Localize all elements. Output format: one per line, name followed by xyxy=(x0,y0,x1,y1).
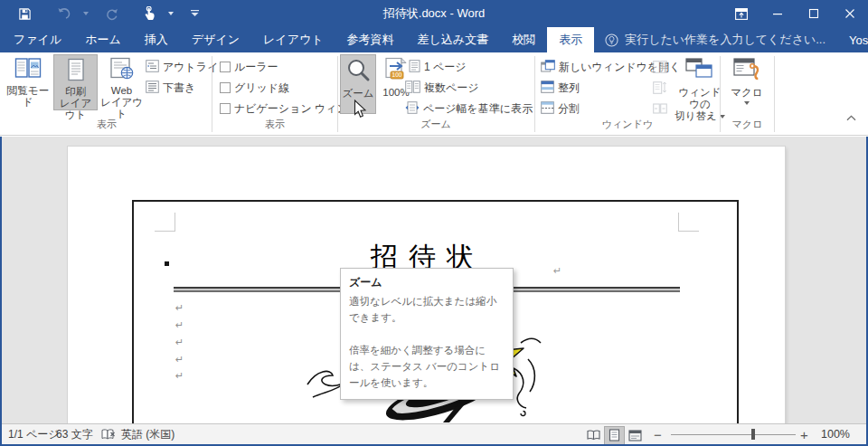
window-frame-left xyxy=(0,137,2,446)
sync-scroll-icon[interactable] xyxy=(653,79,667,97)
redo-icon[interactable] xyxy=(98,0,125,27)
web-layout-view-icon[interactable] xyxy=(625,426,646,445)
zoom-level[interactable]: 100% xyxy=(821,424,850,444)
multiple-pages-button[interactable]: 複数ページ xyxy=(405,79,479,97)
switch-windows-icon xyxy=(684,57,715,85)
quick-access-toolbar xyxy=(0,0,203,27)
switch-windows-button[interactable]: ウィンドウの 切り替え xyxy=(675,54,725,114)
zoom-slider-thumb[interactable] xyxy=(751,429,755,440)
split-icon xyxy=(541,101,554,117)
zoom-group-label: ズーム xyxy=(338,118,533,132)
zoom-magnifier-icon xyxy=(345,58,371,86)
gridlines-label: グリッド線 xyxy=(234,81,289,96)
print-layout-view-icon[interactable] xyxy=(604,426,625,445)
minimize-icon[interactable] xyxy=(760,0,796,27)
language-indicator[interactable]: 英語 (米国) xyxy=(121,424,175,444)
tell-me-placeholder: 実行したい作業を入力してください... xyxy=(625,32,826,48)
zoom-slider-track[interactable] xyxy=(671,434,796,435)
mouse-cursor xyxy=(354,100,367,122)
web-layout-label-1: Web xyxy=(111,85,132,97)
read-mode-view-icon[interactable] xyxy=(583,426,604,445)
paragraph-mark: ↵ xyxy=(175,337,184,347)
tooltip-title: ズーム xyxy=(349,275,505,290)
customize-qat-icon[interactable] xyxy=(186,0,203,27)
draft-button[interactable]: 下書き xyxy=(146,79,195,97)
page-width-button[interactable]: ページ幅を基準に表示 xyxy=(405,100,533,118)
group-separator xyxy=(774,56,775,132)
ruler-checkbox-box xyxy=(220,62,231,72)
draft-label: 下書き xyxy=(163,81,195,96)
maximize-icon[interactable] xyxy=(796,0,832,27)
zoom-tooltip: ズーム 適切なレベルに拡大または縮小できます。 倍率を細かく調整する場合には、ス… xyxy=(340,268,514,400)
proofing-book-icon[interactable] xyxy=(101,424,116,444)
outline-button[interactable]: アウトライン xyxy=(146,58,230,76)
margin-crop-mark xyxy=(175,213,175,232)
draft-icon xyxy=(146,81,159,96)
collapse-ribbon-chevron[interactable] xyxy=(846,112,856,123)
web-layout-button[interactable]: Web レイアウト xyxy=(99,54,144,110)
navigation-pane-checkbox-box xyxy=(220,103,231,114)
undo-caret-icon[interactable] xyxy=(78,0,94,27)
touch-mode-icon[interactable] xyxy=(136,0,163,27)
close-icon[interactable] xyxy=(832,0,868,27)
window-group-label: ウィンドウ xyxy=(536,118,719,132)
ribbon: 閲覧モード 印刷 レイアウト Web レイアウト アウトライン xyxy=(0,52,868,136)
multiple-pages-label: 複数ページ xyxy=(424,81,479,96)
read-mode-button[interactable]: 閲覧モード xyxy=(4,54,52,110)
tell-me-box[interactable]: 実行したい作業を入力してください... xyxy=(594,27,836,52)
paragraph-mark: ↵ xyxy=(175,320,184,330)
list-bullet xyxy=(165,261,169,266)
split-button[interactable]: 分割 xyxy=(541,100,580,118)
svg-text:100: 100 xyxy=(392,71,402,78)
web-layout-icon xyxy=(109,57,135,83)
window-controls xyxy=(723,0,868,27)
word-window: 招待状.docx - Word ファイル ホーム 挿入 デザイン レイアウト 参… xyxy=(0,0,868,446)
arrange-all-label: 整列 xyxy=(558,81,580,96)
print-layout-label-1: 印刷 xyxy=(65,86,86,98)
word-count[interactable]: 63 文字 xyxy=(56,424,93,444)
tab-view[interactable]: 表示 xyxy=(547,27,594,52)
tab-mailings[interactable]: 差し込み文書 xyxy=(406,27,501,52)
ribbon-display-options-icon[interactable] xyxy=(723,0,760,27)
document-canvas[interactable]: 招待状 ↵ ↵ ↵ ↵ ↵ ↵ xyxy=(0,137,868,423)
tab-design[interactable]: デザイン xyxy=(180,27,251,52)
gridlines-checkbox-box xyxy=(220,82,231,93)
undo-icon[interactable] xyxy=(51,0,78,27)
print-layout-button[interactable]: 印刷 レイアウト xyxy=(53,54,98,110)
page-width-icon xyxy=(405,101,420,117)
zoom-in-button[interactable]: + xyxy=(800,424,808,444)
tab-home[interactable]: ホーム xyxy=(73,27,133,52)
save-icon[interactable] xyxy=(11,0,38,27)
show-group-label: 表示 xyxy=(213,118,336,132)
tooltip-body-1: 適切なレベルに拡大または縮小できます。 xyxy=(349,293,505,326)
arrange-all-button[interactable]: 整列 xyxy=(541,79,580,97)
paragraph-mark: ↵ xyxy=(175,303,184,313)
title-bar: 招待状.docx - Word xyxy=(0,0,868,27)
one-page-label: 1 ページ xyxy=(424,60,467,75)
reset-position-icon[interactable] xyxy=(653,100,667,118)
zoom-out-button[interactable]: − xyxy=(654,424,662,444)
page-indicator[interactable]: 1/1 ページ xyxy=(8,424,60,444)
one-page-button[interactable]: 1 ページ xyxy=(409,58,467,76)
tab-review[interactable]: 校閲 xyxy=(500,27,547,52)
macro-icon xyxy=(732,57,761,85)
view-side-by-side-icon[interactable] xyxy=(653,58,667,76)
macros-button[interactable]: マクロ xyxy=(724,54,769,114)
tab-references[interactable]: 参考資料 xyxy=(335,27,406,52)
ribbon-tab-row: ファイル ホーム 挿入 デザイン レイアウト 参考資料 差し込み文書 校閲 表示… xyxy=(0,27,868,52)
tab-insert[interactable]: 挿入 xyxy=(133,27,180,52)
margin-crop-mark xyxy=(678,213,679,232)
tab-layout[interactable]: レイアウト xyxy=(251,27,335,52)
margin-crop-mark xyxy=(678,231,699,232)
group-separator xyxy=(534,56,535,132)
account-name[interactable]: Yoshie Koha… xyxy=(836,27,868,52)
dropdown-caret-icon xyxy=(744,101,750,105)
status-bar: 1/1 ページ 63 文字 英語 (米国) − + 100% xyxy=(0,423,868,446)
tab-file[interactable]: ファイル xyxy=(2,27,73,52)
ruler-checkbox[interactable]: ルーラー xyxy=(220,58,278,76)
lightbulb-icon xyxy=(605,33,618,47)
group-separator xyxy=(720,56,721,132)
touch-mode-caret-icon[interactable] xyxy=(163,0,179,27)
group-separator xyxy=(212,56,212,132)
gridlines-checkbox[interactable]: グリッド線 xyxy=(220,79,289,97)
